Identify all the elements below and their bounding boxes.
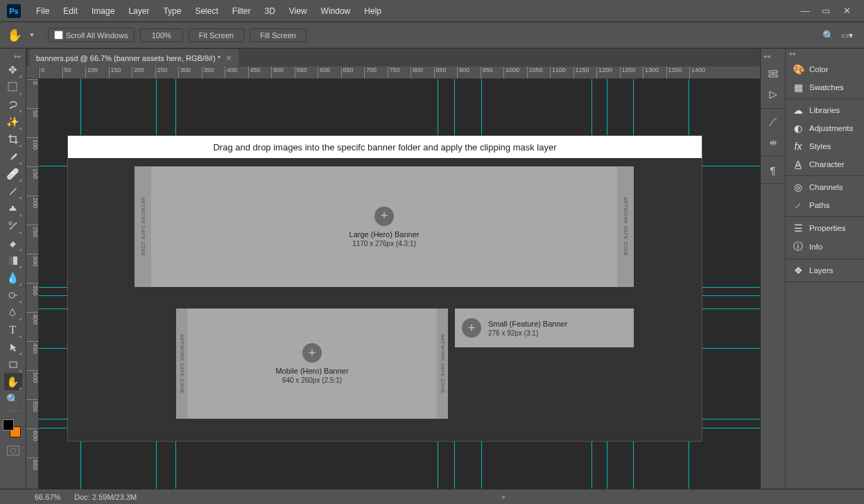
plus-icon: + [302, 343, 322, 363]
menu-bar: Ps File Edit Image Layer Type Select Fil… [0, 0, 864, 22]
plus-icon: + [374, 207, 394, 226]
info-icon: ⓘ [793, 241, 804, 253]
zoom-value-field[interactable]: 100% [140, 28, 183, 42]
workspace: banners.psd @ 66.7% (banner assets here,… [26, 49, 760, 489]
lasso-tool[interactable] [4, 96, 22, 113]
svg-rect-7 [769, 75, 777, 77]
mobile-hero-banner-placeholder[interactable]: ARTWORK SAFE ZONE ARTWORK SAFE ZONE + Mo… [176, 309, 448, 419]
horizontal-ruler[interactable]: 0501001502002503003504004505005506006507… [39, 67, 760, 79]
paths-panel[interactable]: ⟋Paths [786, 196, 864, 214]
close-tab-icon[interactable]: × [226, 53, 232, 63]
search-icon[interactable]: 🔍 [822, 30, 834, 41]
document-tab[interactable]: banners.psd @ 66.7% (banner assets here,… [29, 49, 239, 67]
zoom-tool[interactable]: 🔍 [4, 390, 22, 408]
collapsed-panel-strip: ◂◂ ¶ [761, 49, 786, 489]
options-bar: ✋ ▼ | Scroll All Windows 100% Fit Screen… [0, 22, 864, 49]
channels-panel[interactable]: ◎Channels [786, 178, 864, 196]
marquee-tool[interactable] [4, 78, 22, 96]
artboard: Drag and drop images into the specifc ba… [68, 136, 702, 441]
ruler-origin[interactable] [26, 67, 39, 79]
fit-screen-button[interactable]: Fit Screen [189, 28, 244, 42]
menu-view[interactable]: View [282, 6, 314, 16]
foreground-color-swatch[interactable] [3, 419, 14, 431]
menu-help[interactable]: Help [357, 6, 388, 16]
svg-rect-5 [10, 362, 17, 367]
menu-select[interactable]: Select [188, 6, 225, 16]
swatches-panel[interactable]: ▦Swatches [786, 78, 864, 96]
document-tab-title: banners.psd @ 66.7% (banner assets here,… [36, 54, 221, 62]
menu-layer[interactable]: Layer [121, 6, 156, 16]
toolbar-expand-icon[interactable]: ▸▸ [13, 51, 23, 61]
tools-panel: ▸▸ ✥ ✨ 🩹 💧 T ✋ 🔍 [0, 49, 26, 489]
vertical-ruler[interactable]: 050100150200250300350400450500550600650 [26, 79, 39, 489]
paths-icon: ⟋ [793, 200, 804, 211]
healing-brush-tool[interactable]: 🩹 [4, 165, 22, 182]
fill-screen-button[interactable]: Fill Screen [250, 28, 306, 42]
menu-3d[interactable]: 3D [257, 6, 282, 16]
canvas-area[interactable]: 0501001502002503003504004505005506006507… [26, 67, 760, 489]
rectangle-tool[interactable] [4, 356, 22, 373]
layers-panel[interactable]: ❖Layers [786, 261, 864, 279]
eraser-tool[interactable] [4, 234, 22, 252]
paragraph-panel-icon[interactable]: ¶ [763, 161, 783, 179]
move-tool[interactable]: ✥ [4, 61, 22, 78]
eyedropper-tool[interactable] [4, 148, 22, 165]
clone-stamp-tool[interactable] [4, 200, 22, 217]
svg-point-1 [9, 222, 12, 225]
plus-icon: + [462, 318, 481, 338]
libraries-panel[interactable]: ☁Libraries [786, 101, 864, 119]
menu-file[interactable]: File [29, 6, 56, 16]
canvas-viewport[interactable]: Drag and drop images into the specifc ba… [39, 79, 760, 489]
type-tool[interactable]: T [4, 321, 22, 338]
window-close-button[interactable]: ✕ [836, 4, 857, 18]
small-feature-banner-placeholder[interactable]: + Small (Feature) Banner 276 x 92px (3:1… [455, 309, 634, 347]
properties-panel[interactable]: ☰Properties [786, 219, 864, 237]
tool-preset-dropdown[interactable]: ▼ [29, 32, 35, 38]
blur-tool[interactable]: 💧 [4, 269, 22, 286]
styles-icon: fx [793, 141, 804, 152]
adjustments-panel[interactable]: ◐Adjustments [786, 119, 864, 137]
large-hero-banner-placeholder[interactable]: ARTWORK SAFE ZONE ARTWORK SAFE ZONE + La… [135, 166, 634, 287]
menu-filter[interactable]: Filter [225, 6, 258, 16]
hand-tool[interactable]: ✋ [4, 373, 22, 390]
brush-settings-panel-icon[interactable] [763, 134, 783, 152]
color-panel[interactable]: 🎨Color [786, 60, 864, 78]
brush-tool[interactable] [4, 182, 22, 200]
character-icon: A [793, 159, 804, 170]
window-minimize-button[interactable]: — [795, 4, 815, 18]
channels-icon: ◎ [793, 182, 804, 193]
menu-window[interactable]: Window [314, 6, 358, 16]
actions-panel-icon[interactable] [763, 86, 783, 104]
history-brush-tool[interactable] [4, 217, 22, 234]
menu-image[interactable]: Image [85, 6, 121, 16]
gradient-tool[interactable] [4, 252, 22, 269]
path-selection-tool[interactable] [4, 338, 22, 356]
brushes-panel-icon[interactable] [763, 113, 783, 131]
info-panel[interactable]: ⓘInfo [786, 237, 864, 257]
menu-type[interactable]: Type [156, 6, 188, 16]
panel-expand-icon[interactable]: ◂◂ [786, 49, 798, 58]
magic-wand-tool[interactable]: ✨ [4, 113, 22, 130]
status-menu-caret[interactable]: ▸ [502, 492, 506, 501]
svg-point-4 [9, 293, 15, 298]
color-swatches[interactable] [3, 419, 24, 440]
styles-panel[interactable]: fxStyles [786, 137, 864, 155]
libraries-icon: ☁ [793, 105, 804, 116]
status-doc-size[interactable]: Doc: 2.59M/23.3M [74, 493, 137, 501]
svg-rect-3 [9, 257, 13, 265]
workspace-switcher[interactable]: ▭▾ [841, 31, 853, 40]
hand-tool-icon[interactable]: ✋ [7, 28, 22, 43]
crop-tool[interactable] [4, 130, 22, 148]
dodge-tool[interactable] [4, 286, 22, 304]
quick-mask-toggle[interactable] [7, 446, 19, 455]
pen-tool[interactable] [4, 304, 22, 321]
status-zoom[interactable]: 66.67% [7, 493, 60, 501]
app-logo: Ps [7, 4, 21, 18]
adjustments-icon: ◐ [793, 123, 804, 134]
window-maximize-button[interactable]: ▭ [815, 4, 836, 18]
menu-edit[interactable]: Edit [56, 6, 85, 16]
scroll-all-windows-checkbox[interactable]: Scroll All Windows [48, 28, 135, 42]
character-panel[interactable]: ACharacter [786, 155, 864, 173]
panel-expand-icon[interactable]: ◂◂ [761, 51, 773, 61]
history-panel-icon[interactable] [763, 65, 783, 83]
